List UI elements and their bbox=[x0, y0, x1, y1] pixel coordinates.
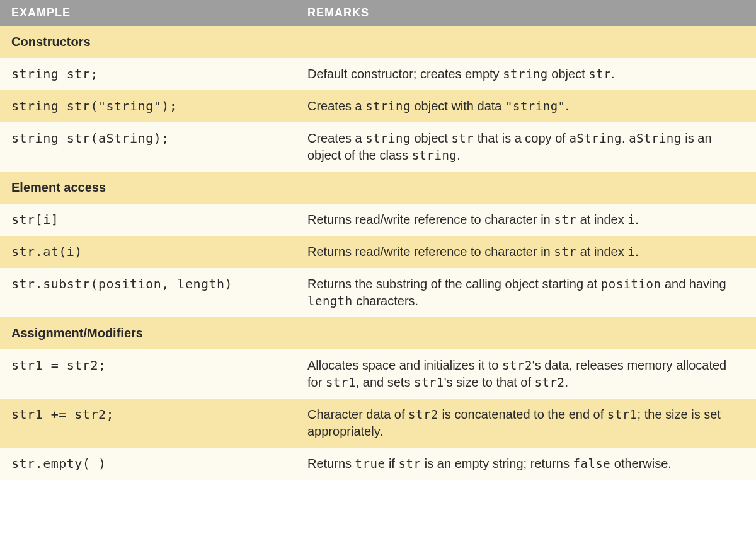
code-text: string str(aString); bbox=[11, 131, 169, 146]
example-cell: str.at(i) bbox=[0, 236, 296, 268]
body-text: . bbox=[635, 213, 639, 226]
section-header-row: Assignment/Modifiers bbox=[0, 317, 756, 349]
code-text: str2 bbox=[535, 375, 565, 389]
code-text: string bbox=[503, 67, 548, 81]
code-text: str1 += str2; bbox=[11, 407, 114, 422]
code-text: position bbox=[601, 277, 662, 291]
body-text: Returns read/write reference to characte… bbox=[307, 245, 554, 259]
section-title: Assignment/Modifiers bbox=[0, 317, 756, 349]
table-row: str1 = str2;Allocates space and initiali… bbox=[0, 349, 756, 399]
body-text: is an empty string; returns bbox=[421, 457, 573, 470]
code-text: str2 bbox=[408, 407, 438, 421]
code-text: str[i] bbox=[11, 212, 59, 227]
code-text: str bbox=[588, 67, 611, 81]
remarks-cell: Returns read/write reference to characte… bbox=[296, 236, 756, 268]
table-header-row: EXAMPLE REMARKS bbox=[0, 0, 756, 26]
table-row: string str;Default constructor; creates … bbox=[0, 58, 756, 90]
body-text: . bbox=[622, 131, 629, 145]
code-text: "string" bbox=[505, 99, 566, 113]
code-text: string bbox=[365, 131, 411, 145]
body-text: Creates a bbox=[307, 99, 365, 113]
code-text: true bbox=[355, 457, 386, 470]
body-text: Creates a bbox=[307, 131, 365, 145]
code-text: str1 bbox=[607, 407, 638, 421]
section-title: Element access bbox=[0, 172, 756, 204]
remarks-cell: Default constructor; creates empty strin… bbox=[296, 58, 756, 90]
code-text: str bbox=[398, 457, 421, 470]
body-text: 's size to that of bbox=[444, 375, 535, 389]
example-cell: str[i] bbox=[0, 204, 296, 236]
remarks-cell: Creates a string object with data "strin… bbox=[296, 90, 756, 122]
body-text: . bbox=[564, 375, 568, 389]
section-header-row: Element access bbox=[0, 172, 756, 204]
remarks-cell: Allocates space and initializes it to st… bbox=[296, 349, 756, 399]
code-text: str bbox=[554, 213, 576, 226]
body-text: object with data bbox=[411, 99, 505, 113]
code-text: string bbox=[365, 99, 411, 113]
remarks-cell: Returns true if str is an empty string; … bbox=[296, 448, 756, 480]
code-text: string bbox=[412, 148, 457, 162]
code-text: string str; bbox=[11, 66, 98, 81]
code-text: i bbox=[627, 245, 635, 259]
body-text: . bbox=[635, 245, 639, 259]
section-header-row: Constructors bbox=[0, 26, 756, 58]
header-remarks: REMARKS bbox=[296, 0, 756, 26]
body-text: Default constructor; creates empty bbox=[307, 67, 503, 81]
code-text: str bbox=[451, 131, 474, 145]
header-example: EXAMPLE bbox=[0, 0, 296, 26]
table-row: str1 += str2;Character data of str2 is c… bbox=[0, 399, 756, 448]
body-text: Returns bbox=[307, 457, 355, 470]
body-text: at index bbox=[576, 213, 627, 226]
example-cell: str.empty( ) bbox=[0, 448, 296, 480]
remarks-cell: Returns the substring of the calling obj… bbox=[296, 268, 756, 317]
body-text: . bbox=[566, 99, 570, 113]
code-text: str.substr(position, length) bbox=[11, 276, 232, 291]
body-text: Character data of bbox=[307, 407, 408, 421]
code-text: false bbox=[573, 457, 611, 470]
body-text: Returns read/write reference to characte… bbox=[307, 213, 554, 226]
code-text: str2 bbox=[502, 358, 532, 372]
body-text: and having bbox=[661, 277, 726, 291]
code-text: length bbox=[307, 294, 353, 308]
body-text: . bbox=[457, 148, 461, 162]
body-text: at index bbox=[576, 245, 627, 259]
string-reference-table: EXAMPLE REMARKS Constructorsstring str;D… bbox=[0, 0, 756, 480]
table-row: str[i]Returns read/write reference to ch… bbox=[0, 204, 756, 236]
table-row: str.empty( )Returns true if str is an em… bbox=[0, 448, 756, 480]
table-row: string str("string");Creates a string ob… bbox=[0, 90, 756, 122]
example-cell: str1 = str2; bbox=[0, 349, 296, 399]
body-text: object bbox=[411, 131, 451, 145]
table-row: str.substr(position, length)Returns the … bbox=[0, 268, 756, 317]
code-text: str1 bbox=[414, 375, 444, 389]
code-text: str bbox=[554, 245, 576, 259]
code-text: str.at(i) bbox=[11, 244, 83, 259]
code-text: str1 bbox=[326, 375, 356, 389]
example-cell: str1 += str2; bbox=[0, 399, 296, 448]
table-row: str.at(i)Returns read/write reference to… bbox=[0, 236, 756, 268]
body-text: characters. bbox=[353, 294, 418, 308]
remarks-cell: Returns read/write reference to characte… bbox=[296, 204, 756, 236]
code-text: i bbox=[627, 213, 635, 226]
body-text: if bbox=[385, 457, 398, 470]
example-cell: str.substr(position, length) bbox=[0, 268, 296, 317]
remarks-cell: Creates a string object str that is a co… bbox=[296, 122, 756, 172]
body-text: object bbox=[548, 67, 588, 81]
remarks-cell: Character data of str2 is concatenated t… bbox=[296, 399, 756, 448]
example-cell: string str(aString); bbox=[0, 122, 296, 172]
code-text: string str("string"); bbox=[11, 98, 177, 114]
body-text: , and sets bbox=[356, 375, 414, 389]
table-row: string str(aString);Creates a string obj… bbox=[0, 122, 756, 172]
body-text: is concatenated to the end of bbox=[438, 407, 607, 421]
code-text: aString bbox=[569, 131, 622, 145]
code-text: str1 = str2; bbox=[11, 358, 106, 373]
code-text: str.empty( ) bbox=[11, 456, 106, 471]
code-text: aString bbox=[629, 131, 682, 145]
body-text: Allocates space and initializes it to bbox=[307, 358, 502, 372]
example-cell: string str("string"); bbox=[0, 90, 296, 122]
body-text: . bbox=[611, 67, 615, 81]
example-cell: string str; bbox=[0, 58, 296, 90]
section-title: Constructors bbox=[0, 26, 756, 58]
body-text: otherwise. bbox=[610, 457, 672, 470]
body-text: that is a copy of bbox=[474, 131, 569, 145]
body-text: Returns the substring of the calling obj… bbox=[307, 277, 601, 291]
